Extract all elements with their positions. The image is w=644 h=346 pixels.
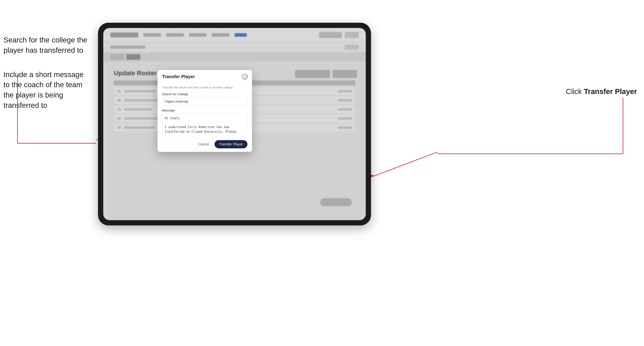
message-textarea[interactable]: Hi Coach, I understand Chris Robertson h… — [162, 114, 248, 133]
annotation-line4: to the coach of the team — [4, 81, 82, 89]
cancel-button[interactable]: Cancel — [195, 141, 212, 148]
modal-header: Transfer Player × — [158, 70, 252, 82]
modal-overlay: Transfer Player × Transfer the player an… — [103, 28, 366, 220]
svg-line-4 — [373, 152, 438, 176]
annotation-line1: Search for the college the — [4, 36, 87, 44]
modal-body: Transfer the player and their profile to… — [158, 82, 252, 137]
tablet-frame: Update Roster — [98, 23, 371, 225]
transfer-player-button[interactable]: Transfer Player — [214, 140, 248, 148]
modal-close-button[interactable]: × — [242, 74, 248, 79]
transfer-player-modal: Transfer Player × Transfer the player an… — [158, 70, 252, 152]
annotation-right-prefix: Click — [566, 87, 584, 96]
tablet-screen: Update Roster — [103, 28, 366, 220]
annotation-line6: transferred to — [4, 101, 47, 109]
annotation-right: Click Transfer Player — [566, 87, 637, 96]
annotation-line3: Include a short message — [4, 70, 84, 79]
search-college-label: Search for College — [162, 92, 248, 96]
search-college-input[interactable] — [162, 98, 248, 106]
modal-title: Transfer Player — [162, 74, 195, 79]
message-label: Message — [162, 109, 248, 112]
annotation-right-bold: Transfer Player — [584, 87, 637, 96]
modal-subtitle: Transfer the player and their profile to… — [162, 86, 248, 89]
annotation-line5: the player is being — [4, 91, 63, 99]
annotation-line2: player has transferred to — [4, 46, 83, 54]
modal-footer: Cancel Transfer Player — [158, 137, 252, 152]
annotation-left: Search for the college the player has tr… — [4, 35, 87, 111]
